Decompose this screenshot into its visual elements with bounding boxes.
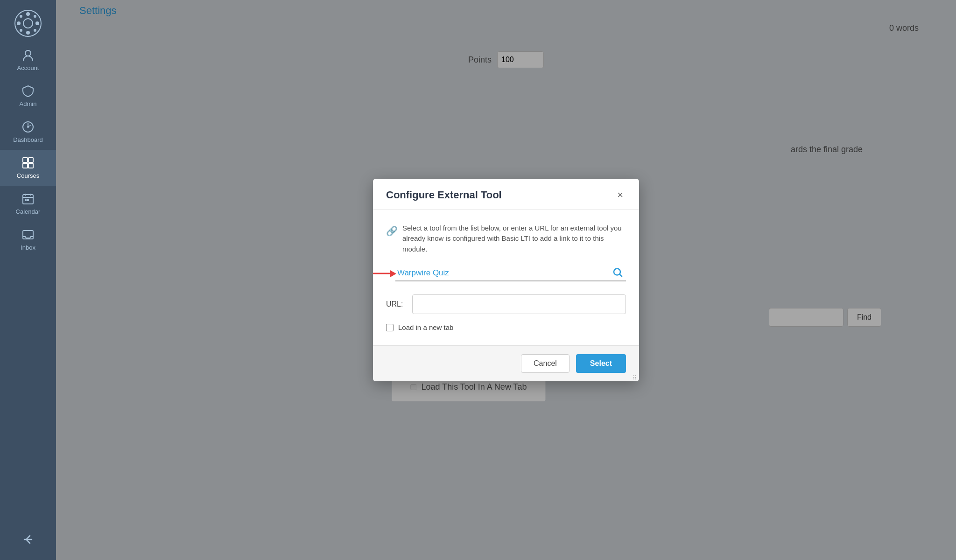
load-new-tab-checkbox[interactable] <box>386 324 394 331</box>
configure-external-tool-modal: Configure External Tool × 🔗 Select a too… <box>373 179 639 382</box>
courses-icon <box>21 156 35 169</box>
modal-body: 🔗 Select a tool from the list below, or … <box>373 210 639 346</box>
back-icon[interactable] <box>21 533 35 546</box>
main-content: Settings 0 words Points ards the final g… <box>56 0 956 560</box>
svg-point-3 <box>26 31 30 35</box>
svg-rect-15 <box>23 163 28 168</box>
svg-point-5 <box>35 21 39 25</box>
svg-point-9 <box>20 29 22 32</box>
calendar-icon <box>21 192 35 205</box>
svg-rect-16 <box>28 163 33 168</box>
url-row: URL: <box>386 294 626 314</box>
url-label: URL: <box>386 300 405 308</box>
tool-select-input[interactable] <box>395 266 626 280</box>
url-input[interactable] <box>412 294 626 314</box>
sidebar-item-calendar-label: Calendar <box>16 208 41 215</box>
tool-search-button[interactable] <box>611 266 624 280</box>
svg-rect-14 <box>28 158 33 162</box>
arrow-indicator <box>373 273 391 274</box>
sidebar-item-inbox[interactable]: Inbox <box>0 222 56 258</box>
load-new-tab-row: Load in a new tab <box>386 323 626 331</box>
search-icon <box>612 267 623 278</box>
sidebar-back-area <box>0 533 56 560</box>
sidebar-item-account[interactable]: Account <box>0 42 56 78</box>
sidebar-item-courses[interactable]: Courses <box>0 150 56 186</box>
svg-point-2 <box>26 12 30 16</box>
sidebar-item-calendar[interactable]: Calendar <box>0 186 56 222</box>
modal-close-button[interactable]: × <box>614 189 626 201</box>
sidebar-item-courses-label: Courses <box>17 172 39 179</box>
sidebar-item-admin[interactable]: Admin <box>0 78 56 114</box>
modal-overlay: Configure External Tool × 🔗 Select a too… <box>56 0 956 560</box>
cancel-button[interactable]: Cancel <box>521 354 569 373</box>
link-icon: 🔗 <box>386 224 398 238</box>
svg-rect-19 <box>27 199 29 201</box>
svg-rect-18 <box>25 199 27 201</box>
svg-rect-13 <box>23 158 28 162</box>
inbox-icon <box>21 228 35 241</box>
load-new-tab-label: Load in a new tab <box>398 323 453 331</box>
sidebar-item-account-label: Account <box>17 64 39 71</box>
modal-header: Configure External Tool × <box>373 179 639 210</box>
admin-icon <box>21 84 35 98</box>
app-logo <box>14 9 42 37</box>
modal-description-text: Select a tool from the list below, or en… <box>402 223 626 255</box>
svg-point-8 <box>34 15 36 18</box>
sidebar-item-inbox-label: Inbox <box>21 244 35 251</box>
sidebar: Account Admin Dashboard Courses <box>0 0 56 560</box>
sidebar-item-dashboard[interactable]: Dashboard <box>0 114 56 150</box>
sidebar-item-dashboard-label: Dashboard <box>13 136 43 143</box>
svg-point-12 <box>27 126 29 128</box>
dashboard-icon <box>21 120 35 133</box>
modal-description: 🔗 Select a tool from the list below, or … <box>386 223 626 255</box>
tool-input-wrapper <box>395 266 626 281</box>
tool-selector-row <box>395 266 626 281</box>
arrow-line <box>373 273 391 274</box>
sidebar-item-admin-label: Admin <box>20 100 37 107</box>
svg-point-6 <box>20 15 22 18</box>
svg-point-10 <box>25 50 31 56</box>
svg-point-1 <box>23 19 33 28</box>
modal-title: Configure External Tool <box>386 189 502 201</box>
svg-point-4 <box>17 21 21 25</box>
svg-point-7 <box>34 29 36 32</box>
select-button[interactable]: Select <box>576 354 626 373</box>
account-icon <box>21 49 35 62</box>
modal-footer: Cancel Select <box>373 345 639 381</box>
resize-handle[interactable]: ⠿ <box>633 375 639 381</box>
